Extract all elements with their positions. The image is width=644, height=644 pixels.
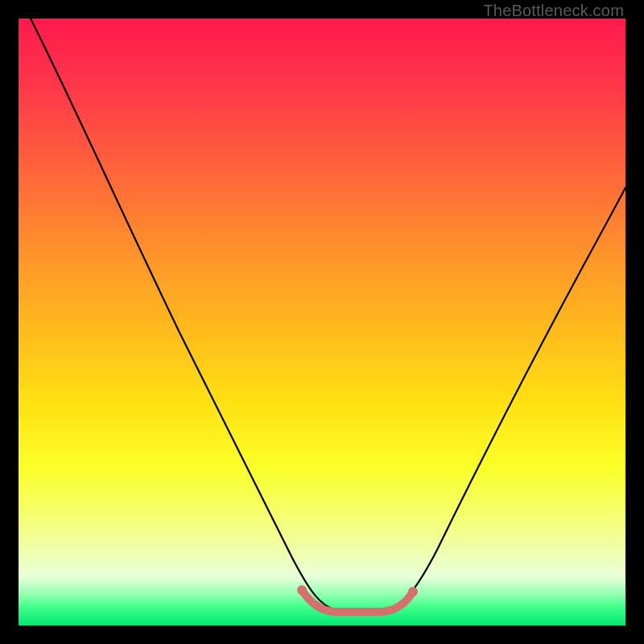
marker-dot-right — [408, 587, 418, 597]
watermark-text: TheBottleneck.com — [483, 2, 624, 20]
marker-dot-left — [297, 585, 307, 595]
bottleneck-curve-path — [31, 19, 625, 610]
flat-bottom-marker-path — [302, 590, 413, 612]
chart-svg — [19, 19, 625, 625]
plot-area — [19, 19, 625, 625]
chart-frame: TheBottleneck.com — [0, 0, 644, 644]
